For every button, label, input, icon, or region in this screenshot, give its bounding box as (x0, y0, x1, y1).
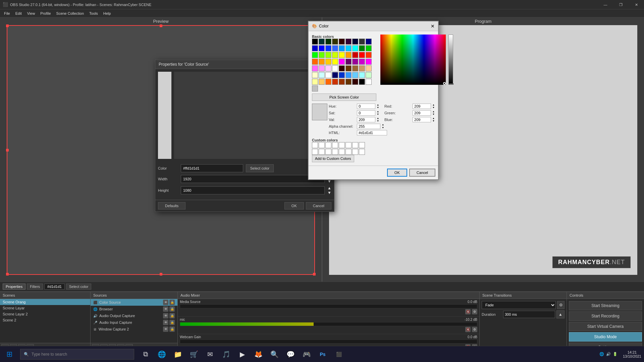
source-item[interactable]: 🔊 Audio Output Capture 👁 🔒 (91, 312, 177, 319)
studio-mode-btn[interactable]: Studio Mode (569, 332, 642, 342)
basic-color-swatch[interactable] (366, 45, 372, 51)
basic-color-swatch[interactable] (332, 52, 338, 58)
duration-input[interactable] (503, 311, 555, 318)
hue-spin[interactable]: ▲▼ (377, 104, 379, 109)
transition-type-select[interactable]: Fade Cut (482, 301, 556, 309)
transition-settings-btn[interactable]: ⚙ (557, 301, 565, 309)
basic-color-swatch[interactable] (352, 52, 358, 58)
val-input[interactable] (357, 117, 375, 122)
basic-color-swatch[interactable] (352, 65, 358, 71)
add-custom-colors-btn[interactable]: Add to Custom Colors (312, 155, 354, 162)
custom-swatch[interactable] (359, 149, 365, 155)
handle-tm[interactable] (160, 24, 162, 27)
taskbar-app-mail[interactable]: ✉ (203, 347, 217, 362)
basic-color-swatch[interactable] (352, 79, 358, 85)
blue-spin[interactable]: ▲▼ (432, 117, 435, 123)
scene-item[interactable]: Screne Orang (0, 299, 90, 305)
close-button[interactable]: ✕ (629, 0, 644, 9)
basic-color-swatch[interactable] (345, 65, 352, 71)
basic-color-swatch[interactable] (345, 45, 352, 51)
start-streaming-btn[interactable]: Start Streaming (569, 301, 642, 310)
basic-color-swatch[interactable] (332, 39, 338, 45)
basic-color-swatch[interactable] (325, 79, 331, 85)
taskbar-app-chat[interactable]: 💬 (283, 347, 298, 362)
taskbar-app-edge[interactable]: 🌐 (154, 347, 169, 362)
properties-btn[interactable]: Properties (3, 284, 25, 290)
custom-swatch[interactable] (332, 149, 338, 155)
basic-color-swatch[interactable] (332, 59, 338, 65)
basic-color-swatch[interactable] (359, 45, 365, 51)
taskbar-app-media[interactable]: 🎵 (219, 347, 233, 362)
taskbar-app-firefox[interactable]: 🦊 (251, 347, 266, 362)
lock-icon[interactable]: 🔒 (169, 313, 175, 318)
defaults-btn[interactable]: Defaults (158, 202, 185, 209)
lock-icon[interactable]: 🔒 (169, 326, 175, 332)
search-bar[interactable]: 🔍 Type here to search (20, 349, 134, 360)
basic-color-swatch[interactable] (319, 45, 325, 51)
taskbar-app-ps[interactable]: Ps (315, 347, 330, 362)
red-spin[interactable]: ▲▼ (432, 104, 435, 109)
select-color-btn[interactable]: Select color (66, 284, 91, 290)
handle-ml[interactable] (6, 149, 9, 152)
menu-scene-collection[interactable]: Scene Collection (54, 9, 87, 17)
mute-btn[interactable]: 🔇 (465, 327, 471, 332)
handle-bl[interactable] (6, 273, 9, 276)
basic-color-swatch[interactable] (359, 65, 365, 71)
scene-item[interactable]: Screne Layar 2 (0, 311, 90, 317)
green-spin[interactable]: ▲▼ (432, 110, 435, 116)
color-ok-btn[interactable]: OK (387, 169, 407, 177)
basic-color-swatch[interactable] (325, 39, 331, 45)
width-input[interactable] (181, 175, 325, 183)
basic-color-swatch[interactable] (359, 39, 365, 45)
source-item[interactable]: ⬛ Color Source 👁 🔒 (91, 299, 177, 306)
visibility-icon[interactable]: 👁 (163, 313, 168, 318)
basic-color-swatch[interactable] (312, 59, 318, 65)
basic-color-swatch[interactable] (366, 59, 372, 65)
taskbar-app-explorer[interactable]: 📁 (170, 347, 185, 362)
custom-swatch[interactable] (312, 149, 318, 155)
custom-swatch[interactable] (339, 149, 345, 155)
visibility-icon[interactable]: 👁 (163, 326, 168, 332)
custom-swatch[interactable] (312, 142, 318, 148)
scene-item[interactable]: Screne Layar (0, 305, 90, 311)
filters-btn[interactable]: Filters (27, 284, 43, 290)
lock-icon[interactable]: 🔒 (169, 300, 175, 305)
start-button[interactable]: ⊞ (0, 346, 19, 362)
hue-input[interactable] (357, 104, 375, 109)
menu-tools[interactable]: Tools (87, 9, 101, 17)
height-input[interactable] (181, 186, 325, 194)
custom-swatch[interactable] (352, 149, 358, 155)
red-input[interactable] (413, 104, 431, 109)
basic-color-swatch[interactable] (339, 39, 345, 45)
lightness-bar[interactable] (448, 35, 453, 85)
custom-swatch[interactable] (339, 142, 345, 148)
basic-color-swatch[interactable] (345, 52, 352, 58)
custom-swatch[interactable] (352, 142, 358, 148)
basic-color-swatch[interactable] (312, 65, 318, 71)
basic-color-swatch[interactable] (366, 72, 372, 78)
basic-color-swatch[interactable] (325, 45, 331, 51)
alpha-input[interactable] (357, 124, 380, 129)
color-spectrum[interactable] (380, 35, 446, 85)
basic-color-swatch[interactable] (312, 52, 318, 58)
visibility-icon[interactable]: 👁 (163, 306, 168, 312)
basic-color-swatch[interactable] (325, 72, 331, 78)
visibility-icon[interactable]: 👁 (163, 320, 168, 325)
custom-swatch[interactable] (359, 142, 365, 148)
basic-color-swatch[interactable] (366, 65, 372, 71)
handle-bm[interactable] (160, 273, 162, 276)
menu-profile[interactable]: Profile (38, 9, 53, 17)
custom-swatch[interactable] (319, 149, 325, 155)
start-virtual-camera-btn[interactable]: Start Virtual Camera (569, 322, 642, 331)
basic-color-swatch[interactable] (319, 72, 325, 78)
blue-input[interactable] (413, 117, 431, 122)
select-color-btn[interactable]: Select color (246, 164, 274, 172)
task-view-btn[interactable]: ⧉ (138, 347, 153, 362)
basic-color-swatch[interactable] (332, 65, 338, 71)
taskbar-app-video[interactable]: ▶ (235, 347, 250, 362)
html-input[interactable] (357, 130, 387, 135)
basic-color-swatch[interactable] (359, 52, 365, 58)
basic-color-swatch[interactable] (325, 65, 331, 71)
basic-color-swatch[interactable] (319, 59, 325, 65)
handle-br[interactable] (313, 273, 316, 276)
